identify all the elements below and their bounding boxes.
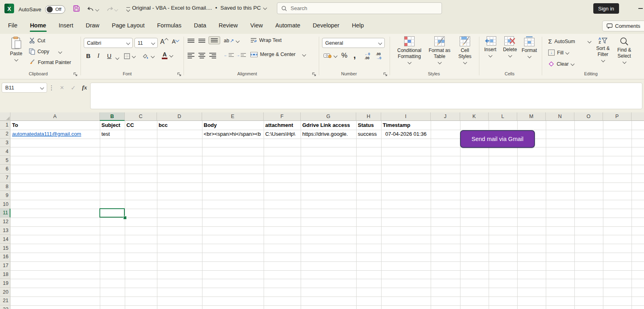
column-header-O[interactable]: O [574,112,603,121]
cell-E1[interactable]: Body [202,121,264,130]
orientation-button[interactable]: ab ↗ [224,38,239,44]
sort-filter-button[interactable]: AZ Sort & Filter [593,37,613,62]
tab-developer[interactable]: Developer [312,20,340,31]
autosum-button[interactable]: Σ AutoSum [548,38,591,45]
percent-style-button[interactable]: % [341,52,347,60]
tab-data[interactable]: Data [193,20,207,31]
select-all-corner[interactable] [0,112,10,121]
bold-button[interactable]: B [86,52,91,59]
column-header-F[interactable]: F [264,112,301,121]
tab-draw[interactable]: Draw [85,20,100,31]
row-header-16[interactable]: 16 [0,253,10,261]
row-header-12[interactable]: 12 [0,218,10,226]
send-mail-button[interactable]: Send mail via Gmail [460,130,535,148]
cell-D1[interactable]: bcc [157,121,202,130]
cell-A2[interactable]: automatedata111@gmail.com [10,130,100,139]
row-header-6[interactable]: 6 [0,165,10,174]
find-select-button[interactable]: Find & Select [615,37,634,63]
shrink-font-button[interactable]: A [172,38,179,45]
cell-B1[interactable]: Subject [100,121,125,130]
search-box[interactable] [277,2,442,14]
row-header-3[interactable]: 3 [0,139,10,147]
column-header-J[interactable]: J [431,112,460,121]
autosave-toggle[interactable]: Off [45,5,65,14]
cell-F1[interactable]: attachment [264,121,301,130]
column-header-E[interactable]: E [202,112,264,121]
cell-H1[interactable]: Status [356,121,381,130]
wrap-text-button[interactable]: Wrap Text [250,37,282,43]
column-header-M[interactable]: M [517,112,546,121]
insert-function-button[interactable]: fx [80,83,89,93]
borders-button[interactable] [124,53,135,59]
delete-cells-button[interactable]: Delete [501,36,519,57]
column-header-G[interactable]: G [301,112,356,121]
font-name-combo[interactable]: Calibri [84,38,133,48]
row-header-7[interactable]: 7 [0,174,10,182]
comma-style-button[interactable]: , [353,50,356,60]
row-header-22[interactable]: 22 [0,305,10,309]
cell-A1[interactable]: To [10,121,100,130]
underline-button[interactable]: U [107,52,111,59]
number-format-combo[interactable]: General [322,38,385,48]
top-align-button[interactable] [188,39,194,43]
format-as-table-button[interactable]: Format as Table [427,36,452,64]
row-header-8[interactable]: 8 [0,182,10,191]
column-header-B[interactable]: B [100,112,125,121]
formula-bar-input[interactable] [90,83,642,109]
clipboard-dialog-launcher-icon[interactable] [73,71,78,78]
redo-button[interactable] [106,6,118,12]
fill-button[interactable]: ↓ Fill [548,50,569,56]
increase-decimal-button[interactable]: ←0.00 [365,52,370,60]
selected-cell-B11[interactable] [99,208,125,218]
fill-color-button[interactable] [142,53,154,59]
align-right-button[interactable] [209,53,216,58]
row-header-13[interactable]: 13 [0,226,10,235]
row-header-11[interactable]: 11 [0,209,10,218]
format-painter-button[interactable]: Format Painter [29,59,71,65]
alignment-dialog-launcher-icon[interactable] [312,71,316,78]
cell-G2[interactable]: https://drive.google. [301,130,356,139]
tab-help[interactable]: Help [351,20,365,31]
tab-automate[interactable]: Automate [275,20,301,31]
accounting-format-button[interactable] [324,53,337,58]
align-center-button[interactable] [198,53,205,58]
column-header-D[interactable]: D [157,112,202,121]
column-header-I[interactable]: I [381,112,431,121]
merge-center-button[interactable]: Merge & Center [250,52,305,57]
font-size-combo[interactable]: 11 [134,38,158,48]
copy-button[interactable]: Copy [29,48,62,55]
tab-page-layout[interactable]: Page Layout [111,20,145,31]
cell-E2[interactable]: <br><span>hi</span><b [202,130,264,139]
paste-button[interactable]: Paste [6,36,26,61]
clear-button[interactable]: Clear [548,61,574,67]
column-header-partial[interactable] [632,112,644,121]
decrease-decimal-button[interactable]: .00→0 [376,52,381,60]
cell-F2[interactable]: C:\Users\Hp\ [264,130,301,139]
row-header-5[interactable]: 5 [0,156,10,165]
row-header-14[interactable]: 14 [0,235,10,244]
insert-cells-button[interactable]: Insert [482,36,499,57]
row-header-21[interactable]: 21 [0,297,10,305]
cell-H2[interactable]: success [356,130,381,139]
decrease-indent-button[interactable]: ← [224,53,234,57]
save-icon[interactable] [72,4,80,14]
format-cells-button[interactable]: Format [520,36,539,58]
column-header-P[interactable]: P [603,112,632,121]
row-header-19[interactable]: 19 [0,279,10,288]
grow-font-button[interactable]: A [160,38,168,46]
undo-button[interactable] [87,6,99,12]
column-header-A[interactable]: A [10,112,100,121]
column-header-L[interactable]: L [489,112,517,121]
column-header-H[interactable]: H [356,112,381,121]
bottom-align-button[interactable] [208,36,220,44]
tab-formulas[interactable]: Formulas [156,20,182,31]
row-header-1[interactable]: 1 [0,121,10,130]
saved-status[interactable]: Saved to this PC [221,5,267,11]
minimize-icon[interactable] [638,8,643,9]
tab-review[interactable]: Review [218,20,239,31]
italic-button[interactable]: I [97,52,99,59]
quick-access-collapse-icon[interactable] [126,7,130,12]
middle-align-button[interactable] [198,39,205,43]
column-header-K[interactable]: K [460,112,489,121]
cancel-button[interactable]: × [57,83,67,93]
